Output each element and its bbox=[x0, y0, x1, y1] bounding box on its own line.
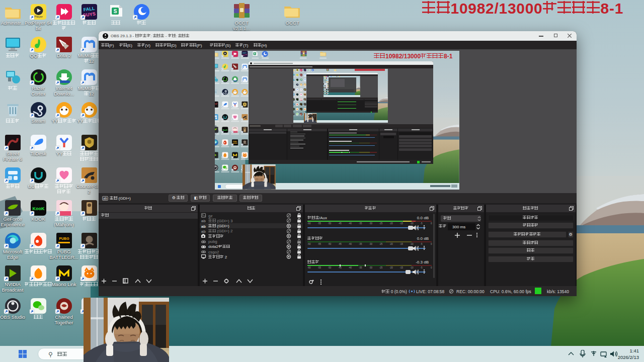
svg-text:ab: ab bbox=[201, 229, 206, 233]
svg-text:ab: ab bbox=[201, 224, 206, 228]
svg-text:ab: ab bbox=[201, 219, 206, 223]
